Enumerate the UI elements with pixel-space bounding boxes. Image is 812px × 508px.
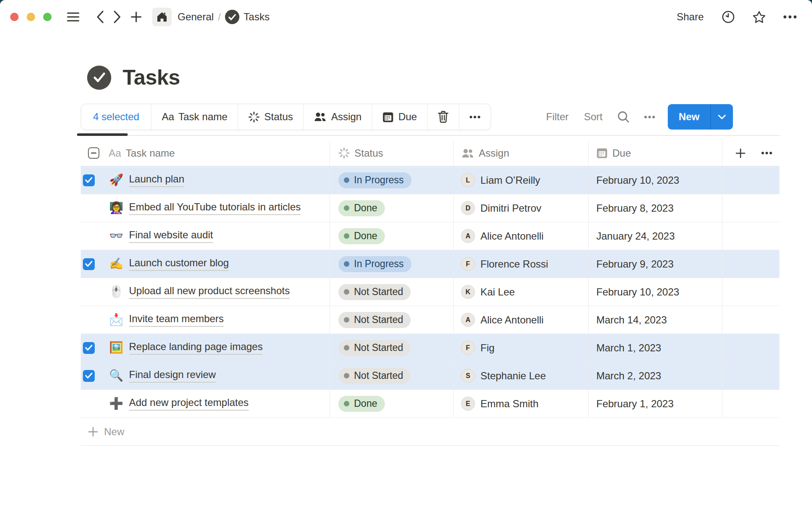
status-pill[interactable]: Done bbox=[338, 228, 385, 244]
extra-cell bbox=[722, 362, 779, 389]
task-name-cell[interactable]: 🖱️Upload all new product screenshots bbox=[81, 278, 330, 306]
new-button[interactable]: New bbox=[668, 104, 733, 130]
column-header-due[interactable]: Due bbox=[589, 140, 722, 166]
share-button[interactable]: Share bbox=[677, 11, 704, 23]
status-pill[interactable]: In Progress bbox=[338, 172, 411, 188]
task-name-link[interactable]: Launch customer blog bbox=[129, 257, 229, 271]
assign-cell[interactable]: KKai Lee bbox=[454, 278, 589, 306]
task-name-cell[interactable]: 📩Invite team members bbox=[81, 306, 330, 334]
zoom-window-button[interactable] bbox=[43, 13, 52, 21]
close-window-button[interactable] bbox=[10, 13, 19, 21]
table-row: 👩‍🏫Embed all YouTube tutorials in articl… bbox=[81, 194, 779, 222]
assign-cell[interactable]: FFig bbox=[454, 334, 589, 362]
breadcrumb-page[interactable]: Tasks bbox=[244, 11, 269, 23]
task-name-cell[interactable]: ✍️Launch customer blog bbox=[81, 250, 330, 278]
assign-cell[interactable]: DDimitri Petrov bbox=[454, 194, 589, 222]
due-cell[interactable]: February 8, 2023 bbox=[589, 194, 722, 222]
due-cell[interactable]: March 14, 2023 bbox=[589, 306, 722, 334]
view-more-icon[interactable] bbox=[644, 116, 655, 119]
status-pill[interactable]: Done bbox=[338, 396, 385, 412]
assign-cell[interactable]: AAlice Antonelli bbox=[454, 222, 589, 250]
column-header-task-name[interactable]: Aa Task name bbox=[81, 140, 330, 166]
task-name-cell[interactable]: 👓Final website audit bbox=[81, 222, 330, 250]
select-all-checkbox[interactable] bbox=[88, 147, 99, 159]
home-icon[interactable] bbox=[152, 8, 172, 26]
due-cell[interactable]: January 24, 2023 bbox=[589, 222, 722, 250]
row-checkbox[interactable] bbox=[83, 258, 95, 270]
status-pill[interactable]: Not Started bbox=[338, 312, 411, 328]
delete-selected-button[interactable] bbox=[427, 104, 459, 130]
assign-cell[interactable]: EEmma Smith bbox=[454, 390, 589, 417]
status-pill[interactable]: Not Started bbox=[338, 368, 411, 384]
task-name-cell[interactable]: 👩‍🏫Embed all YouTube tutorials in articl… bbox=[81, 194, 330, 222]
due-cell[interactable]: February 1, 2023 bbox=[589, 390, 722, 417]
task-name-link[interactable]: Add new project templates bbox=[129, 397, 249, 411]
due-cell[interactable]: February 10, 2023 bbox=[589, 278, 722, 306]
new-button-label[interactable]: New bbox=[668, 104, 710, 130]
add-column-icon[interactable] bbox=[735, 148, 746, 159]
task-name-link[interactable]: Embed all YouTube tutorials in articles bbox=[129, 201, 301, 215]
status-cell[interactable]: Not Started bbox=[330, 306, 454, 334]
due-cell[interactable]: March 2, 2023 bbox=[589, 362, 722, 389]
status-cell[interactable]: Done bbox=[330, 390, 454, 417]
row-checkbox[interactable] bbox=[83, 174, 95, 186]
forward-icon[interactable] bbox=[113, 11, 121, 23]
sort-button[interactable]: Sort bbox=[584, 111, 603, 123]
minimize-window-button[interactable] bbox=[27, 13, 35, 21]
page-title-check-icon[interactable] bbox=[87, 66, 111, 90]
assign-cell[interactable]: AAlice Antonelli bbox=[454, 306, 589, 334]
task-name-link[interactable]: Invite team members bbox=[129, 313, 224, 327]
row-checkbox[interactable] bbox=[83, 370, 95, 382]
status-pill[interactable]: Not Started bbox=[338, 284, 411, 300]
selected-count-button[interactable]: 4 selected bbox=[81, 104, 151, 130]
status-pill[interactable]: Done bbox=[338, 200, 385, 216]
row-checkbox[interactable] bbox=[83, 342, 95, 354]
field-button-task-name[interactable]: AaTask name bbox=[151, 104, 237, 130]
scroll-thumb[interactable] bbox=[77, 133, 128, 136]
sidebar-menu-icon[interactable] bbox=[67, 12, 80, 22]
back-icon[interactable] bbox=[96, 11, 104, 23]
field-button-due[interactable]: Due bbox=[372, 104, 427, 130]
status-cell[interactable]: Not Started bbox=[330, 334, 454, 362]
task-name-cell[interactable]: 🖼️Replace landing page images bbox=[81, 334, 330, 362]
task-name-cell[interactable]: 🚀Launch plan bbox=[81, 166, 330, 194]
column-header-assign[interactable]: Assign bbox=[454, 140, 589, 166]
status-cell[interactable]: Done bbox=[330, 222, 454, 250]
filter-button[interactable]: Filter bbox=[546, 111, 568, 123]
updates-clock-icon[interactable] bbox=[721, 10, 735, 24]
status-pill[interactable]: Not Started bbox=[338, 340, 411, 356]
selection-more-button[interactable] bbox=[459, 104, 491, 130]
table-options-icon[interactable] bbox=[761, 152, 772, 155]
task-name-link[interactable]: Final website audit bbox=[129, 229, 213, 243]
field-button-assign[interactable]: Assign bbox=[303, 104, 372, 130]
task-name-link[interactable]: Final design review bbox=[129, 369, 216, 383]
status-cell[interactable]: In Progress bbox=[330, 250, 454, 278]
status-pill[interactable]: In Progress bbox=[338, 256, 411, 272]
breadcrumb-workspace[interactable]: General bbox=[178, 11, 214, 23]
task-name-link[interactable]: Upload all new product screenshots bbox=[129, 285, 290, 299]
new-tab-icon[interactable] bbox=[130, 11, 142, 23]
more-options-icon[interactable] bbox=[783, 15, 797, 19]
status-cell[interactable]: Done bbox=[330, 194, 454, 222]
new-button-chevron-down-icon[interactable] bbox=[710, 104, 733, 130]
task-name-cell[interactable]: ➕Add new project templates bbox=[81, 390, 330, 417]
page-title[interactable]: Tasks bbox=[123, 65, 180, 90]
assign-cell[interactable]: FFlorence Rossi bbox=[454, 250, 589, 278]
due-cell[interactable]: March 1, 2023 bbox=[589, 334, 722, 362]
task-name-link[interactable]: Replace landing page images bbox=[129, 341, 263, 355]
status-cell[interactable]: Not Started bbox=[330, 362, 454, 389]
column-header-status[interactable]: Status bbox=[330, 140, 454, 166]
assign-cell[interactable]: LLiam O’Reilly bbox=[454, 166, 589, 194]
status-cell[interactable]: Not Started bbox=[330, 278, 454, 306]
due-cell[interactable]: February 10, 2023 bbox=[589, 166, 722, 194]
assign-cell[interactable]: SStephanie Lee bbox=[454, 362, 589, 389]
task-name-cell[interactable]: 🔍Final design review bbox=[81, 362, 330, 389]
search-icon[interactable] bbox=[617, 110, 630, 123]
status-cell[interactable]: In Progress bbox=[330, 166, 454, 194]
favorite-star-icon[interactable] bbox=[752, 10, 766, 24]
due-cell[interactable]: February 9, 2023 bbox=[589, 250, 722, 278]
task-name-link[interactable]: Launch plan bbox=[129, 173, 184, 187]
scroll-track bbox=[81, 135, 779, 136]
field-button-status[interactable]: Status bbox=[238, 104, 303, 130]
new-row-button[interactable]: New bbox=[81, 418, 779, 446]
